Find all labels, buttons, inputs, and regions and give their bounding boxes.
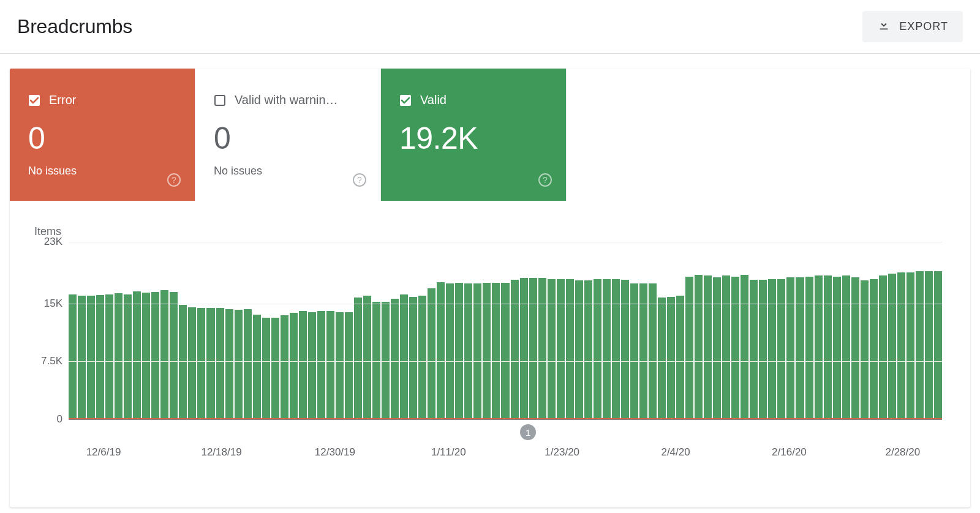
- chart-bar[interactable]: [621, 280, 629, 419]
- chart-bar[interactable]: [851, 277, 859, 419]
- chart-bar[interactable]: [188, 307, 196, 419]
- chart-bar[interactable]: [786, 277, 794, 419]
- tile-valid-with-warnings[interactable]: Valid with warnin… 0 No issues ?: [195, 69, 381, 201]
- help-icon[interactable]: ?: [167, 173, 181, 187]
- help-icon[interactable]: ?: [352, 173, 367, 187]
- help-icon[interactable]: ?: [538, 173, 552, 187]
- chart-bar[interactable]: [676, 296, 684, 419]
- chart-bar[interactable]: [244, 309, 252, 419]
- chart-bar[interactable]: [529, 278, 537, 419]
- chart-bar[interactable]: [833, 277, 841, 419]
- chart-bar[interactable]: [538, 278, 546, 419]
- chart-bar[interactable]: [557, 279, 565, 419]
- chart-bar[interactable]: [520, 278, 528, 419]
- chart-bar[interactable]: [281, 315, 288, 419]
- chart-bar[interactable]: [713, 277, 721, 419]
- chart-bar[interactable]: [290, 313, 298, 419]
- chart-bar[interactable]: [363, 296, 371, 419]
- chart-bar[interactable]: [722, 275, 730, 419]
- chart-bar[interactable]: [354, 298, 362, 419]
- chart-bar[interactable]: [105, 294, 113, 419]
- chart-bar[interactable]: [750, 280, 758, 419]
- chart-bar[interactable]: [133, 291, 141, 419]
- chart-x-tick: 1/11/20: [431, 446, 466, 459]
- chart-bar[interactable]: [888, 274, 896, 419]
- chart-bar[interactable]: [382, 302, 390, 419]
- chart-bar[interactable]: [69, 294, 77, 419]
- chart-bar[interactable]: [566, 279, 574, 419]
- chart-bar[interactable]: [96, 295, 104, 419]
- chart-gridline: [69, 304, 942, 304]
- chart-bar[interactable]: [612, 279, 620, 419]
- chart-bar[interactable]: [584, 280, 592, 419]
- chart-bar[interactable]: [400, 294, 408, 419]
- chart-annotation-badge[interactable]: 1: [520, 424, 536, 440]
- chart-bar[interactable]: [759, 280, 767, 419]
- chart-bar[interactable]: [336, 312, 344, 419]
- chart-bar[interactable]: [731, 277, 739, 419]
- chart-bar[interactable]: [179, 305, 187, 419]
- chart-bar[interactable]: [372, 302, 380, 419]
- chart-bar[interactable]: [916, 271, 924, 419]
- chart-bar[interactable]: [299, 311, 307, 419]
- chart-bar[interactable]: [151, 292, 159, 419]
- tile-error-subtext: No issues: [28, 165, 176, 178]
- chart-gridline: [69, 419, 942, 420]
- chart-bar[interactable]: [861, 280, 869, 419]
- chart-bar[interactable]: [695, 275, 703, 419]
- chart-bar[interactable]: [777, 279, 785, 419]
- chart-bar[interactable]: [271, 318, 279, 419]
- chart-bar[interactable]: [326, 311, 334, 419]
- chart-bar[interactable]: [879, 275, 887, 419]
- chart-bar[interactable]: [170, 292, 178, 419]
- chart-bar[interactable]: [934, 271, 942, 419]
- chart-bar[interactable]: [897, 272, 905, 419]
- chart-bar[interactable]: [658, 298, 666, 419]
- chart-bar[interactable]: [907, 272, 914, 419]
- chart-bar[interactable]: [87, 296, 95, 419]
- chart-bar[interactable]: [815, 275, 823, 419]
- export-button[interactable]: EXPORT: [862, 11, 963, 42]
- chart-bar[interactable]: [667, 297, 675, 419]
- chart-bar[interactable]: [768, 279, 776, 419]
- tile-error[interactable]: Error 0 No issues ?: [10, 69, 195, 201]
- chart-bar[interactable]: [409, 297, 417, 419]
- chart-bar[interactable]: [685, 277, 693, 419]
- chart-bar[interactable]: [603, 279, 611, 419]
- chart-bar[interactable]: [216, 308, 224, 419]
- chart-bar[interactable]: [124, 294, 132, 419]
- chart-bar[interactable]: [391, 299, 399, 419]
- chart-bar[interactable]: [345, 312, 353, 419]
- chart-bar[interactable]: [308, 312, 316, 419]
- chart-bar[interactable]: [160, 290, 168, 419]
- tile-valid[interactable]: Valid 19.2K ?: [381, 69, 567, 201]
- chart-bar[interactable]: [418, 296, 426, 419]
- chart-bar[interactable]: [253, 315, 261, 419]
- chart-bar[interactable]: [704, 275, 712, 419]
- chart-bar[interactable]: [548, 279, 556, 419]
- chart-bar[interactable]: [197, 308, 205, 419]
- chart-bar[interactable]: [235, 310, 243, 419]
- chart-bar[interactable]: [115, 293, 123, 419]
- chart-bar[interactable]: [870, 279, 878, 419]
- chart-bar[interactable]: [741, 275, 748, 419]
- chart-bar[interactable]: [842, 275, 850, 419]
- chart-y-axis-label: Items: [34, 225, 948, 238]
- chart-bar[interactable]: [796, 277, 804, 419]
- tile-warning-subtext: No issues: [214, 165, 362, 178]
- chart-bar[interactable]: [925, 271, 933, 419]
- chart-bar[interactable]: [262, 318, 270, 419]
- chart-bar[interactable]: [317, 311, 325, 419]
- chart-bar[interactable]: [437, 282, 445, 419]
- chart-bar[interactable]: [225, 309, 233, 419]
- chart-bar[interactable]: [206, 308, 214, 419]
- chart-bar[interactable]: [575, 280, 583, 419]
- chart-bar[interactable]: [824, 275, 832, 419]
- chart-bar[interactable]: [142, 293, 150, 419]
- chart-bar[interactable]: [78, 296, 86, 419]
- checkbox-checked-icon: [28, 94, 40, 107]
- chart-bar[interactable]: [805, 277, 813, 419]
- chart-bar[interactable]: [594, 279, 601, 419]
- chart-bar[interactable]: [511, 280, 519, 419]
- chart-bar[interactable]: [428, 288, 435, 419]
